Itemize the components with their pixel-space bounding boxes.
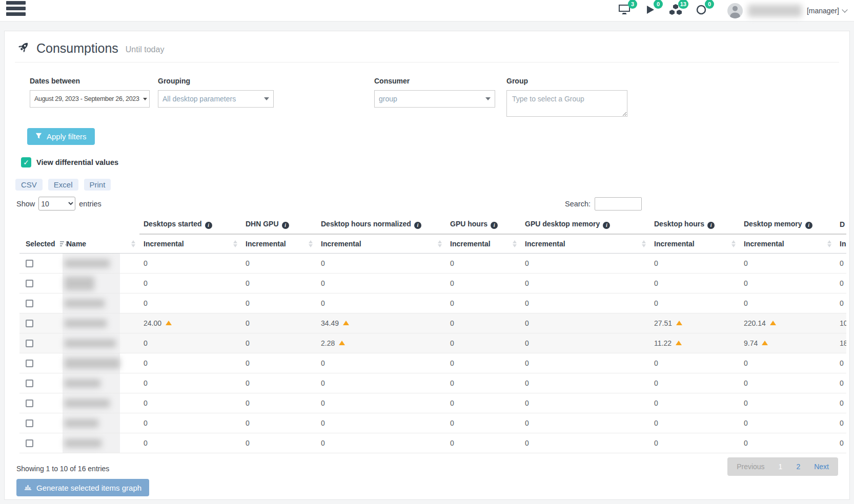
cell-value: 0 <box>840 279 844 287</box>
excel-button[interactable]: Excel <box>48 179 78 191</box>
cell-value: 0 <box>744 379 748 387</box>
cell-value: 0 <box>450 439 454 447</box>
date-range-input[interactable]: August 29, 2023 - September 26, 2023 <box>30 90 150 108</box>
notif-desktops[interactable]: 3 <box>618 4 631 17</box>
sort-up-icon <box>642 240 646 243</box>
entries-select[interactable]: 10 <box>38 197 75 211</box>
value-cell: 0 <box>446 254 521 274</box>
table-row: 00000000 <box>19 393 846 413</box>
sort-header-incremental[interactable]: Incremental <box>650 234 740 254</box>
sort-header-incremental[interactable]: Incremental <box>241 234 317 254</box>
cell-value: 0 <box>525 339 529 347</box>
sort-header-incremental[interactable]: In <box>836 234 846 254</box>
redacted-name-area <box>63 393 120 413</box>
print-button[interactable]: Print <box>84 179 111 191</box>
next-page-button[interactable]: Next <box>814 463 829 471</box>
column-label: Incremental <box>744 240 784 248</box>
trend-up-icon <box>339 341 345 345</box>
value-cell: 0 <box>317 293 446 313</box>
csv-button[interactable]: CSV <box>15 179 43 191</box>
column-group-label: Desktop hours <box>654 220 704 228</box>
redacted-name <box>65 358 120 369</box>
table-row: 00000000 <box>19 274 846 293</box>
value-cell: 0 <box>139 393 241 413</box>
sort-header-name[interactable]: Name <box>63 234 139 254</box>
sort-down-icon <box>131 244 135 247</box>
export-buttons: CSV Excel Print <box>15 179 839 191</box>
user-role-label: [manager] <box>807 7 839 15</box>
group-input[interactable] <box>506 90 627 117</box>
table-row: 00000000 <box>19 373 846 393</box>
sort-header-incremental[interactable]: Incremental <box>446 234 521 254</box>
search-input[interactable] <box>595 197 642 211</box>
cell-value: 0 <box>525 439 529 447</box>
value-cell: 0 <box>650 353 740 373</box>
row-select-checkbox[interactable] <box>26 280 33 287</box>
cell-value: 0 <box>525 279 529 287</box>
sort-down-icon <box>731 244 736 247</box>
cell-value: 0 <box>144 379 148 387</box>
name-cell <box>63 274 139 293</box>
select-cell <box>19 274 63 293</box>
column-group-label: DHN GPU <box>246 220 279 228</box>
row-select-checkbox[interactable] <box>26 260 33 267</box>
notif-status[interactable]: 0 <box>695 4 708 17</box>
redacted-name <box>65 439 101 448</box>
value-cell: 0 <box>241 254 317 274</box>
row-select-checkbox[interactable] <box>26 360 33 367</box>
value-cell: 0 <box>446 313 521 333</box>
row-select-checkbox[interactable] <box>26 340 33 347</box>
cell-value: 0 <box>840 399 844 407</box>
cell-value: 0 <box>744 439 748 447</box>
value-cell: 2.28 <box>317 333 446 353</box>
consumer-select[interactable]: group <box>374 90 495 108</box>
notif-sessions[interactable]: 0 <box>643 4 657 17</box>
user-role-dropdown[interactable]: [manager] <box>807 7 847 15</box>
trend-up-icon <box>676 341 682 345</box>
redacted-name-area <box>63 353 120 373</box>
generate-graph-button[interactable]: Generate selected items graph <box>16 479 149 496</box>
column-group-label: Desktop memory <box>744 220 802 228</box>
redacted-name <box>65 419 98 428</box>
value-cell: 0 <box>241 393 317 413</box>
value-cell: 0 <box>836 373 846 393</box>
cell-value: 0 <box>450 399 454 407</box>
notif-badge: 0 <box>705 0 714 9</box>
row-select-checkbox[interactable] <box>26 400 33 407</box>
sort-header-incremental[interactable]: Incremental <box>740 234 836 254</box>
notif-badge: 0 <box>654 0 663 9</box>
page-2-button[interactable]: 2 <box>796 463 800 471</box>
differential-checkbox[interactable] <box>21 157 31 167</box>
select-cell <box>19 353 63 373</box>
value-cell: 0 <box>317 274 446 293</box>
previous-page-button[interactable]: Previous <box>737 463 764 471</box>
notif-badge: 3 <box>628 0 637 9</box>
row-select-checkbox[interactable] <box>26 300 33 307</box>
table-footer: Showing 1 to 10 of 16 entries Previous 1… <box>15 457 839 476</box>
generate-graph-label: Generate selected items graph <box>36 484 141 492</box>
redacted-name-area <box>63 413 120 433</box>
cell-value: 34.49 <box>321 319 339 327</box>
row-select-checkbox[interactable] <box>26 439 33 447</box>
notif-resources[interactable]: 13 <box>669 4 682 17</box>
column-group-label: D <box>840 220 845 228</box>
apply-filters-button[interactable]: Apply filters <box>27 128 95 145</box>
sort-header-selected[interactable]: Selected <box>19 234 63 254</box>
grouping-select[interactable]: All desktop parameters <box>158 90 274 108</box>
column-group-header: Desktop memoryi <box>740 218 836 234</box>
sort-header-incremental[interactable]: Incremental <box>521 234 650 254</box>
cell-value: 2.28 <box>321 339 335 347</box>
row-select-checkbox[interactable] <box>26 380 33 387</box>
cell-value: 0 <box>840 419 844 427</box>
page-1-button[interactable]: 1 <box>779 463 783 471</box>
menu-button[interactable] <box>6 0 29 18</box>
differential-option: View differential values <box>21 157 839 167</box>
sort-header-incremental[interactable]: Incremental <box>317 234 446 254</box>
apply-filters-label: Apply filters <box>47 132 87 141</box>
cell-value: 11.22 <box>654 339 672 347</box>
cell-value: 0 <box>246 379 250 387</box>
row-select-checkbox[interactable] <box>26 320 33 327</box>
dates-label: Dates between <box>30 77 150 85</box>
sort-header-incremental[interactable]: Incremental <box>139 234 241 254</box>
row-select-checkbox[interactable] <box>26 419 33 427</box>
